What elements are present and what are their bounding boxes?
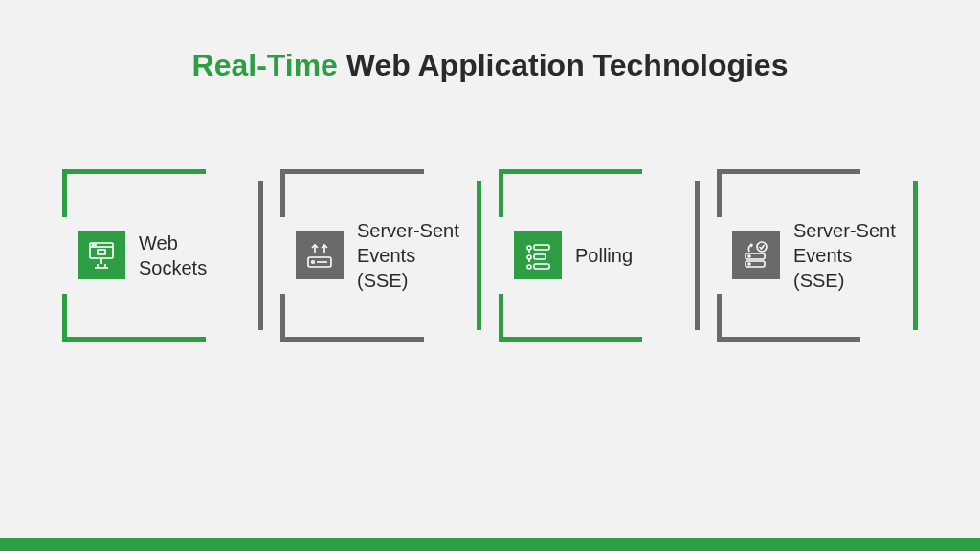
bracket-right xyxy=(913,181,918,330)
bracket-top-left xyxy=(717,169,860,217)
bracket-bottom-left xyxy=(717,294,860,342)
card-label: Web Sockets xyxy=(139,231,263,280)
bracket-right xyxy=(477,181,481,330)
card-label: Server-Sent Events (SSE) xyxy=(793,218,918,293)
svg-point-3 xyxy=(95,244,96,245)
page-title: Real-Time Web Application Technologies xyxy=(0,48,980,83)
svg-point-26 xyxy=(757,242,767,252)
server-check-icon xyxy=(732,231,780,279)
bracket-top-left xyxy=(62,169,206,217)
card-websockets: Web Sockets xyxy=(62,169,263,342)
svg-rect-21 xyxy=(534,264,549,269)
cards-row: Web Sockets Server-Sent Events (SSE) xyxy=(0,169,980,342)
svg-point-2 xyxy=(92,244,93,245)
bracket-right xyxy=(258,181,263,330)
bracket-bottom-left xyxy=(499,294,642,342)
card-polling: Polling xyxy=(499,169,700,342)
websocket-icon xyxy=(78,231,125,279)
svg-rect-8 xyxy=(98,250,105,254)
svg-point-20 xyxy=(527,265,531,269)
card-sse: Server-Sent Events (SSE) xyxy=(280,169,481,342)
polling-icon xyxy=(514,231,562,279)
svg-point-17 xyxy=(527,255,531,259)
svg-rect-19 xyxy=(534,254,546,259)
bracket-right xyxy=(695,181,700,330)
svg-point-14 xyxy=(527,246,531,250)
svg-rect-16 xyxy=(534,245,549,250)
card-server-check: Server-Sent Events (SSE) xyxy=(717,169,918,342)
card-label: Polling xyxy=(575,243,646,268)
card-label: Server-Sent Events (SSE) xyxy=(357,218,481,293)
svg-point-24 xyxy=(748,255,750,257)
bracket-bottom-left xyxy=(62,294,206,342)
bracket-bottom-left xyxy=(280,294,424,342)
bracket-top-left xyxy=(499,169,642,217)
footer-accent-bar xyxy=(0,538,980,551)
svg-point-10 xyxy=(312,261,315,264)
bracket-top-left xyxy=(280,169,424,217)
title-accent: Real-Time xyxy=(192,48,338,82)
title-rest: Web Application Technologies xyxy=(338,48,789,82)
svg-point-25 xyxy=(748,263,750,265)
sse-icon xyxy=(296,231,344,279)
